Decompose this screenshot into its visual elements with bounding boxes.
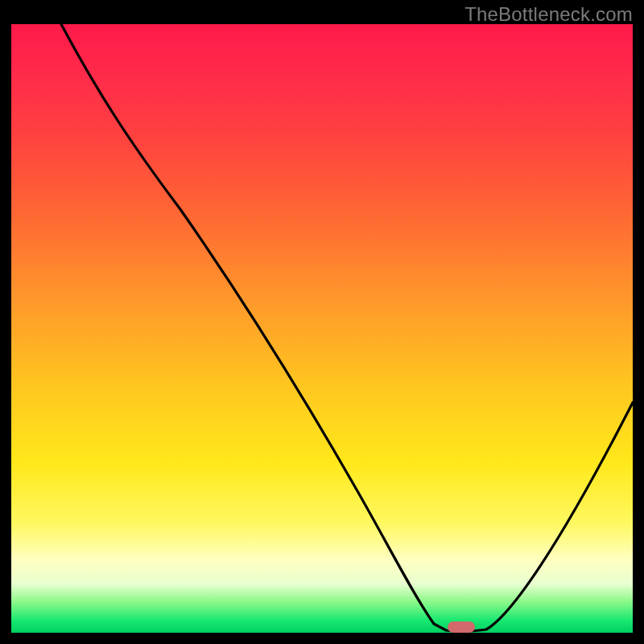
- curve-path: [61, 24, 633, 631]
- plot-area: [11, 24, 633, 633]
- bottleneck-curve: [11, 24, 633, 633]
- chart-frame: TheBottleneck.com: [0, 0, 644, 644]
- optimal-marker: [448, 621, 475, 633]
- watermark-text: TheBottleneck.com: [464, 3, 633, 26]
